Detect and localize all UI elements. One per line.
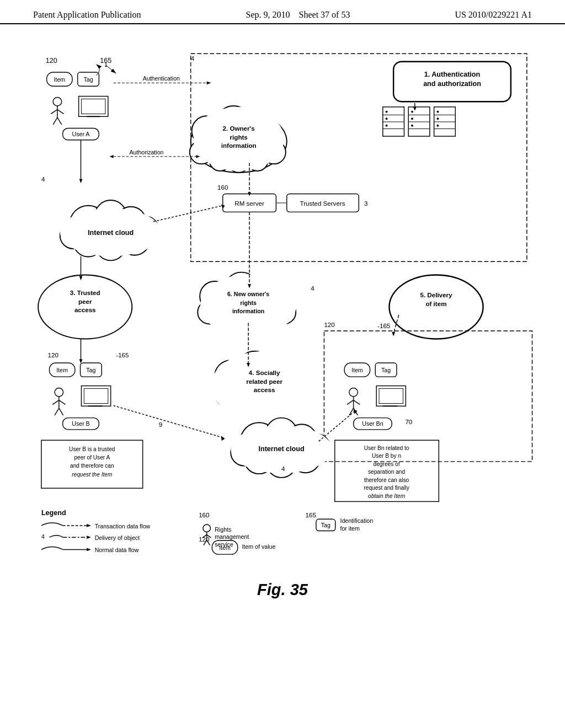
svg-line-129 — [113, 405, 222, 437]
svg-marker-69 — [221, 205, 225, 209]
legend-transaction-label: Transaction data flow — [95, 523, 151, 529]
diagram-area: 120 165 Item Tag 1 User A Authentication… — [0, 24, 565, 670]
num-9: 9 — [159, 421, 162, 428]
num-4-left: 4 — [41, 175, 45, 183]
num-160: 160 — [217, 184, 228, 191]
user-b-desc-1: User B is a trusted — [69, 446, 115, 452]
tag-b-label: Tag — [86, 367, 95, 373]
svg-line-122 — [59, 400, 66, 405]
num-1-top: 1 — [104, 61, 108, 68]
svg-point-45 — [436, 111, 439, 113]
legend-normal-label: Normal data flow — [95, 547, 139, 553]
svg-point-47 — [436, 125, 439, 127]
owners-rights-line1: 2. Owner's — [223, 125, 255, 132]
svg-marker-158 — [87, 548, 91, 552]
auth-authz-line2: and authorization — [423, 80, 481, 88]
tag-top-label: Tag — [83, 76, 93, 83]
owners-rights-line2: rights — [230, 133, 248, 141]
svg-rect-125 — [81, 386, 110, 406]
user-b-desc-3: and therefore can — [70, 463, 114, 469]
user-bn-desc-3: degrees of — [374, 461, 400, 467]
item-of-value-label: Item of value — [242, 543, 276, 550]
svg-marker-152 — [392, 332, 395, 336]
svg-point-46 — [436, 117, 439, 120]
num-165-b: -165 — [116, 351, 129, 358]
socially-related-peer-access: 4. Socially related peer access — [211, 351, 317, 421]
svg-rect-139 — [376, 386, 406, 406]
num-70: 70 — [405, 418, 412, 425]
num-165-mid: -165 — [377, 322, 390, 329]
header-left: Patent Application Publication — [33, 10, 141, 20]
identification-line1: Identification — [340, 517, 373, 524]
svg-marker-130 — [221, 436, 225, 441]
svg-marker-49 — [413, 107, 417, 111]
svg-point-33 — [386, 125, 388, 127]
item-top-label: Item — [54, 76, 65, 83]
auth-authz-line1: 1. Authentication — [424, 71, 480, 78]
trusted-peer-access: 3. Trusted peer access — [38, 275, 132, 339]
svg-point-4 — [53, 97, 61, 105]
svg-line-6 — [51, 110, 57, 114]
tag-legend-label: Tag — [321, 522, 331, 528]
svg-point-38 — [411, 111, 413, 113]
num-3: 3 — [364, 200, 367, 207]
rights-mgmt-line2: management — [215, 533, 249, 540]
legend-num-4: 4 — [41, 533, 45, 540]
user-a-label: User A — [72, 131, 90, 137]
user-bn-label: User Bn — [362, 420, 383, 427]
svg-text:5. Delivery: 5. Delivery — [420, 291, 452, 298]
svg-point-40 — [411, 125, 413, 127]
svg-marker-51 — [110, 155, 114, 158]
svg-line-8 — [53, 117, 57, 125]
tag-bn-label: Tag — [381, 367, 391, 373]
svg-point-159 — [203, 524, 211, 532]
svg-rect-11 — [81, 99, 105, 114]
svg-point-32 — [386, 117, 388, 120]
rights-mgmt-line1: Rights — [215, 526, 231, 533]
svg-rect-126 — [84, 388, 108, 403]
svg-text:of item: of item — [425, 300, 446, 307]
svg-text:access: access — [74, 306, 96, 313]
num-120-mid: 120 — [324, 321, 334, 328]
svg-line-135 — [347, 400, 354, 405]
svg-line-7 — [57, 110, 64, 114]
legend-delivery-label: Delivery of object — [95, 534, 140, 541]
svg-text:rights: rights — [240, 299, 257, 306]
legend-title: Legend — [41, 509, 66, 517]
svg-rect-140 — [379, 388, 403, 403]
user-bn-desc-1: User Bn related to — [364, 445, 409, 451]
item-legend-label: Item — [219, 544, 231, 551]
user-b-label: User B — [72, 420, 89, 427]
item-bn-label: Item — [351, 367, 363, 373]
svg-text:4. Socially: 4. Socially — [249, 369, 280, 376]
num-4-bottom: 4 — [281, 465, 285, 472]
header-right: US 2010/0229221 A1 — [455, 10, 532, 20]
user-bn-desc-7: obtain the Item — [368, 493, 405, 499]
user-b-desc-4: request the Item — [72, 472, 112, 478]
num-160-legend: 160 — [199, 511, 209, 518]
figure-caption: Fig. 35 — [257, 581, 308, 598]
authentication-label: Authentication — [143, 75, 180, 82]
diagram-svg: 120 165 Item Tag 1 User A Authentication… — [0, 24, 565, 670]
label-120-top: 120 — [46, 57, 57, 65]
svg-text:3. Trusted: 3. Trusted — [70, 289, 100, 296]
user-bn-desc-2: User B by n — [372, 453, 401, 459]
svg-text:peer: peer — [78, 298, 92, 305]
user-bn-desc-4: separation and — [368, 469, 405, 475]
user-bn-desc-5: therefore can also — [364, 477, 409, 483]
item-b-label: Item — [56, 367, 68, 373]
svg-line-136 — [354, 400, 360, 405]
num-120-b: 120 — [48, 351, 58, 358]
svg-text:6. New owner's: 6. New owner's — [227, 291, 269, 297]
svg-marker-154 — [87, 524, 91, 527]
svg-text:related peer: related peer — [246, 378, 282, 385]
svg-marker-156 — [87, 536, 91, 539]
user-b-desc-2: peer of User A — [74, 454, 110, 461]
svg-line-124 — [59, 408, 63, 415]
svg-line-121 — [52, 400, 59, 405]
owners-rights-line3: information — [221, 142, 257, 149]
svg-line-123 — [55, 408, 59, 415]
rm-server-label: RM server — [234, 200, 264, 207]
svg-text:information: information — [232, 308, 264, 314]
svg-text:Internet cloud: Internet cloud — [259, 445, 305, 453]
